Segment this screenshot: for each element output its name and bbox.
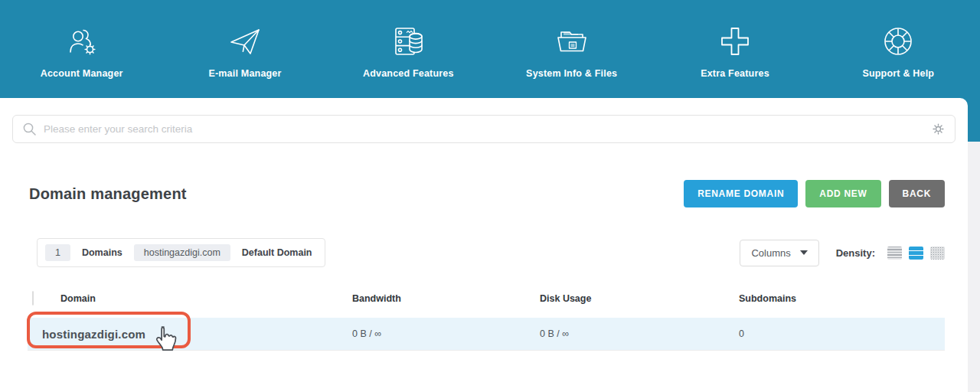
back-button[interactable]: BACK (889, 180, 945, 207)
domains-summary: 1 Domains hostingazdigi.com Default Doma… (37, 238, 325, 267)
nav-support-help-label: Support & Help (862, 68, 934, 79)
domains-table: Domain Bandwidth Disk Usage Subdomains h… (28, 287, 945, 351)
support-help-icon (880, 23, 916, 60)
right-edge-teal-strip (968, 98, 980, 142)
main-content-panel: Domain management RENAME DOMAIN ADD NEW … (0, 98, 968, 392)
select-all-checkbox[interactable] (32, 291, 34, 305)
default-domain-badge: hostingazdigi.com (134, 244, 230, 261)
nav-email-manager-label: E-mail Manager (208, 68, 281, 79)
email-manager-icon (227, 23, 263, 60)
columns-dropdown-label: Columns (751, 247, 790, 259)
search-settings-gear-icon[interactable] (931, 122, 946, 139)
nav-system-info-files[interactable]: System Info & Files (490, 0, 653, 98)
column-header-subdomains[interactable]: Subdomains (739, 293, 945, 304)
table-toolbar: 1 Domains hostingazdigi.com Default Doma… (37, 238, 945, 267)
rename-domain-button[interactable]: RENAME DOMAIN (684, 180, 798, 207)
table-display-controls: Columns Density: (740, 240, 945, 266)
nav-advanced-features[interactable]: Advanced Features (327, 0, 490, 98)
density-medium-icon[interactable] (909, 247, 923, 260)
search-bar (12, 115, 956, 143)
density-options (887, 247, 945, 260)
chevron-down-icon (800, 250, 808, 255)
advanced-features-icon (390, 23, 426, 60)
density-label: Density: (836, 247, 875, 259)
table-header-row: Domain Bandwidth Disk Usage Subdomains (28, 287, 945, 318)
action-buttons: RENAME DOMAIN ADD NEW BACK (684, 180, 945, 207)
column-header-disk-usage[interactable]: Disk Usage (540, 293, 739, 304)
system-info-files-icon (554, 23, 590, 60)
domain-count-label: Domains (82, 247, 122, 258)
nav-extra-features-label: Extra Features (701, 68, 769, 79)
nav-system-info-files-label: System Info & Files (526, 68, 617, 79)
search-input[interactable] (12, 115, 956, 143)
right-edge-scroll-track[interactable] (968, 142, 980, 392)
default-domain-label: Default Domain (242, 247, 312, 258)
table-row[interactable]: hostingazdigi.com 0 B / ∞ 0 B / ∞ 0 (28, 318, 945, 351)
domain-count-badge: 1 (45, 244, 70, 261)
bandwidth-cell: 0 B / ∞ (352, 328, 540, 339)
nav-support-help[interactable]: Support & Help (817, 0, 980, 98)
search-icon (22, 122, 37, 139)
nav-advanced-features-label: Advanced Features (363, 68, 454, 79)
column-header-domain[interactable]: Domain (60, 293, 352, 304)
subdomains-cell: 0 (739, 328, 945, 339)
nav-account-manager-label: Account Manager (41, 68, 123, 79)
page-header: Domain management RENAME DOMAIN ADD NEW … (29, 180, 945, 207)
columns-dropdown[interactable]: Columns (740, 240, 818, 266)
density-compact-icon[interactable] (930, 247, 945, 260)
domain-link[interactable]: hostingazdigi.com (28, 328, 352, 341)
top-navigation: Account Manager E-mail Manager Advanced (0, 0, 980, 98)
add-new-button[interactable]: ADD NEW (805, 180, 880, 207)
disk-usage-cell: 0 B / ∞ (540, 328, 739, 339)
column-header-bandwidth[interactable]: Bandwidth (352, 293, 540, 304)
extra-features-icon (717, 23, 753, 60)
nav-email-manager[interactable]: E-mail Manager (163, 0, 326, 98)
nav-extra-features[interactable]: Extra Features (653, 0, 816, 98)
nav-account-manager[interactable]: Account Manager (0, 0, 163, 98)
page-title: Domain management (29, 185, 684, 203)
account-manager-icon (64, 23, 100, 60)
density-comfortable-icon[interactable] (887, 247, 902, 260)
